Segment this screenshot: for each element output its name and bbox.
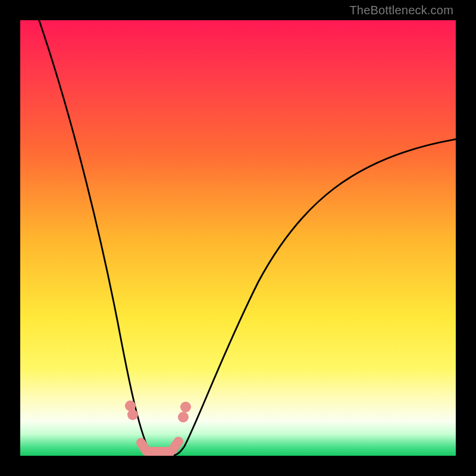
curve-right-branch: [174, 139, 456, 455]
watermark-text: TheBottleneck.com: [349, 4, 453, 17]
curve-left-branch: [38, 20, 155, 455]
marker-dot: [178, 412, 189, 422]
marker-dot: [180, 402, 191, 412]
bottleneck-curve: [20, 20, 456, 456]
plot-area: [20, 20, 456, 456]
marker-segment: [173, 441, 178, 450]
marker-dot: [127, 409, 138, 420]
valley-markers: [125, 400, 191, 452]
